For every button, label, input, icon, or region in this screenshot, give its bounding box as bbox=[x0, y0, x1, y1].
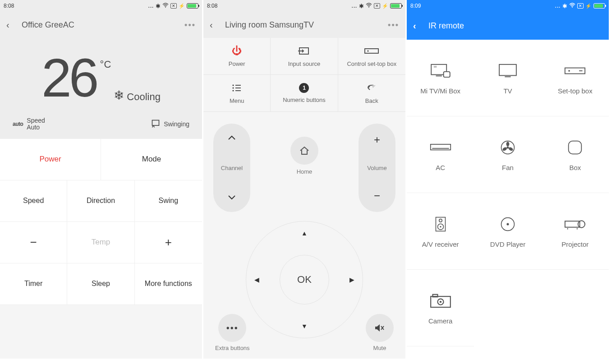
power-button[interactable]: ⏻ Power bbox=[203, 38, 271, 75]
sleep-button[interactable]: Sleep bbox=[67, 263, 134, 305]
home-button[interactable] bbox=[290, 137, 318, 165]
bluetooth-icon: ✱ bbox=[156, 3, 161, 9]
temp-up-button[interactable]: + bbox=[135, 222, 202, 263]
device-projector[interactable]: Projector bbox=[542, 193, 609, 270]
back-button[interactable]: ‹ bbox=[6, 20, 19, 30]
swing-button[interactable]: Swing bbox=[135, 180, 202, 222]
svg-rect-1 bbox=[152, 120, 159, 125]
status-icons: ... ✱ ✕ ⚡ bbox=[352, 3, 402, 9]
charge-icon: ⚡ bbox=[382, 3, 388, 9]
signal-icon: ... bbox=[555, 3, 561, 9]
phone-tv-remote: 8:08 ... ✱ ✕ ⚡ ‹ Living room SamsungTV •… bbox=[203, 0, 407, 359]
battery-x-icon: ✕ bbox=[170, 3, 177, 9]
svg-point-9 bbox=[572, 7, 573, 8]
device-fan[interactable]: Fan bbox=[474, 116, 541, 193]
stb-button[interactable]: Control set-top box bbox=[338, 38, 405, 75]
signal-icon: ... bbox=[352, 3, 357, 9]
input-icon bbox=[298, 45, 310, 57]
svg-rect-22 bbox=[569, 141, 582, 154]
dvd-icon bbox=[497, 214, 519, 234]
back-button[interactable]: ‹ bbox=[413, 21, 426, 31]
input-source-button[interactable]: Input source bbox=[271, 38, 338, 75]
status-icons: ... ✱ ✕ ⚡ bbox=[148, 3, 198, 9]
svg-point-6 bbox=[233, 85, 234, 86]
device-label: TV bbox=[503, 87, 512, 95]
volume-down-button[interactable]: − bbox=[374, 189, 380, 202]
dpad-left-button[interactable]: ◀ bbox=[254, 276, 259, 283]
stb-icon bbox=[564, 61, 586, 81]
projector-icon bbox=[564, 214, 586, 234]
channel-down-button[interactable] bbox=[228, 193, 236, 202]
device-label: Set-top box bbox=[558, 87, 593, 95]
ok-button[interactable]: OK bbox=[280, 255, 329, 304]
battery-icon bbox=[187, 3, 198, 9]
dpad-right-button[interactable]: ▶ bbox=[349, 276, 354, 283]
status-icons: ... ✱ ✕ ⚡ bbox=[555, 3, 605, 9]
svg-rect-29 bbox=[565, 221, 580, 227]
device-box[interactable]: Box bbox=[542, 116, 609, 193]
stb-label: Control set-top box bbox=[347, 60, 396, 67]
device-camera[interactable]: Camera bbox=[407, 270, 474, 346]
menu-icon bbox=[232, 82, 242, 94]
svg-point-2 bbox=[368, 7, 369, 8]
menu-button[interactable]: Menu bbox=[203, 75, 271, 112]
power-icon: ⏻ bbox=[232, 45, 242, 57]
svg-point-28 bbox=[506, 223, 509, 225]
numeric-label: Numeric buttons bbox=[283, 97, 326, 103]
svg-point-5 bbox=[368, 51, 369, 52]
svg-point-30 bbox=[578, 221, 585, 227]
svg-point-21 bbox=[502, 147, 507, 152]
battery-x-icon: ✕ bbox=[374, 3, 380, 9]
more-button[interactable]: ••• bbox=[182, 20, 196, 30]
mute-button[interactable] bbox=[366, 314, 394, 342]
numeric-button[interactable]: 1 Numeric buttons bbox=[271, 75, 338, 112]
more-button[interactable]: ••• bbox=[386, 20, 399, 30]
timer-button[interactable]: Timer bbox=[0, 263, 67, 305]
dpad-up-button[interactable]: ▲ bbox=[301, 230, 308, 237]
mode-label: Cooling bbox=[127, 91, 161, 103]
device-label: Mi TV/Mi Box bbox=[420, 87, 460, 95]
mute-section: Mute bbox=[366, 314, 394, 351]
channel-up-button[interactable] bbox=[228, 134, 236, 143]
svg-point-20 bbox=[508, 147, 514, 152]
swing-status: Swinging bbox=[151, 119, 189, 129]
extra-buttons-button[interactable]: ••• bbox=[218, 314, 246, 342]
speed-button[interactable]: Speed bbox=[0, 180, 67, 222]
wifi-icon bbox=[569, 3, 575, 9]
device-mitv[interactable]: MI Mi TV/Mi Box bbox=[407, 40, 474, 116]
signal-icon: ... bbox=[148, 3, 154, 9]
back-button[interactable]: ‹ bbox=[210, 20, 222, 30]
charge-icon: ⚡ bbox=[179, 3, 185, 9]
svg-point-7 bbox=[233, 88, 234, 89]
mitv-icon: MI bbox=[430, 61, 451, 81]
svg-rect-4 bbox=[365, 49, 378, 53]
status-bar: 8:09 ... ✱ ✕ ⚡ bbox=[407, 0, 609, 12]
mode-button[interactable]: Mode bbox=[101, 139, 202, 180]
device-stb[interactable]: Set-top box bbox=[542, 40, 609, 116]
snowflake-icon: ❄ bbox=[114, 88, 124, 103]
device-label: Fan bbox=[502, 164, 514, 171]
title-bar: ‹ IR remote bbox=[407, 12, 609, 40]
device-ac[interactable]: AC bbox=[407, 116, 474, 193]
direction-button[interactable]: Direction bbox=[67, 180, 134, 222]
svg-point-19 bbox=[506, 142, 510, 146]
volume-up-button[interactable]: + bbox=[374, 134, 380, 146]
device-dvd[interactable]: DVD Player bbox=[474, 193, 541, 270]
status-time: 8:08 bbox=[4, 3, 14, 9]
device-tv[interactable]: TV bbox=[474, 40, 541, 116]
back-remote-button[interactable]: Back bbox=[338, 75, 405, 112]
device-label: Camera bbox=[428, 317, 452, 325]
status-time: 8:09 bbox=[410, 3, 421, 9]
volume-rocker: + Volume − bbox=[359, 124, 395, 212]
power-button[interactable]: Power bbox=[0, 139, 101, 180]
bluetooth-icon: ✱ bbox=[359, 3, 364, 9]
more-functions-button[interactable]: More functions bbox=[135, 263, 202, 305]
page-title: Office GreeAC bbox=[22, 20, 182, 30]
device-av[interactable]: A/V receiver bbox=[407, 193, 474, 270]
stb-icon bbox=[364, 45, 379, 57]
swing-label: Swinging bbox=[164, 120, 189, 128]
page-title: IR remote bbox=[428, 21, 602, 31]
svg-point-24 bbox=[439, 219, 441, 222]
wifi-icon bbox=[366, 3, 372, 9]
temp-down-button[interactable]: − bbox=[0, 222, 67, 263]
